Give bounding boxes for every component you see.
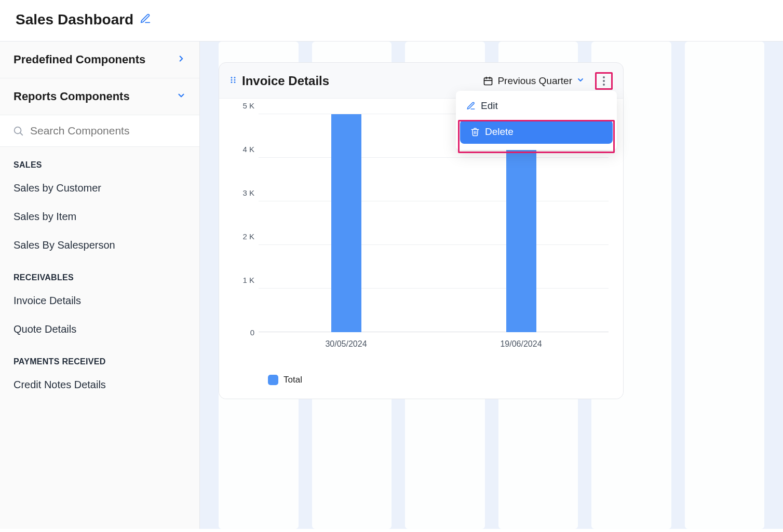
menu-item-delete[interactable]: Delete	[460, 120, 613, 144]
sidebar-item-quote-details[interactable]: Quote Details	[0, 315, 199, 344]
main-canvas: Invoice Details Previous Quarter Edit	[200, 42, 783, 529]
group-label-payments-received: PAYMENTS RECEIVED	[0, 344, 199, 371]
widget-more-menu-button[interactable]	[595, 72, 613, 90]
kebab-icon	[603, 76, 605, 86]
y-tick: 5 K	[242, 101, 254, 110]
sidebar: Predefined Components Reports Components…	[0, 42, 200, 529]
pencil-icon	[466, 101, 476, 111]
y-tick: 4 K	[242, 145, 254, 154]
chevron-down-icon	[576, 75, 585, 87]
search-input[interactable]	[30, 125, 187, 137]
section-label: Reports Components	[14, 90, 130, 103]
sidebar-item-invoice-details[interactable]: Invoice Details	[0, 287, 199, 315]
x-tick: 30/05/2024	[259, 339, 434, 349]
trash-icon	[470, 127, 480, 137]
y-tick: 0	[250, 328, 254, 337]
chevron-right-icon	[177, 53, 186, 66]
drag-handle-icon[interactable]	[228, 75, 238, 87]
sidebar-item-sales-by-item[interactable]: Sales by Item	[0, 202, 199, 231]
search-icon	[12, 125, 24, 137]
sidebar-item-credit-notes-details[interactable]: Credit Notes Details	[0, 371, 199, 399]
date-range-selector[interactable]: Previous Quarter	[483, 75, 585, 87]
menu-item-edit[interactable]: Edit	[456, 94, 617, 118]
sidebar-item-sales-by-customer[interactable]: Sales by Customer	[0, 174, 199, 202]
page-header: Sales Dashboard	[0, 0, 783, 41]
predefined-components-toggle[interactable]: Predefined Components	[0, 42, 199, 78]
widget-title: Invoice Details	[242, 74, 479, 88]
menu-item-label: Edit	[481, 100, 498, 112]
y-tick: 2 K	[242, 232, 254, 241]
calendar-icon	[483, 76, 493, 86]
group-label-sales: SALES	[0, 147, 199, 174]
y-tick: 1 K	[242, 276, 254, 284]
svg-point-2	[231, 77, 233, 78]
invoice-details-widget: Invoice Details Previous Quarter Edit	[219, 62, 624, 399]
chevron-down-icon	[177, 90, 186, 103]
x-tick: 19/06/2024	[434, 339, 609, 349]
svg-point-7	[234, 81, 236, 83]
section-label: Predefined Components	[14, 53, 145, 66]
svg-point-4	[231, 79, 233, 81]
widget-more-menu: Edit Delete	[456, 91, 617, 150]
svg-point-5	[234, 79, 236, 81]
reports-components-toggle[interactable]: Reports Components	[0, 78, 199, 115]
chart-legend: Total	[268, 375, 609, 385]
legend-swatch	[268, 375, 278, 385]
menu-item-label: Delete	[485, 126, 514, 138]
svg-point-3	[234, 77, 236, 78]
svg-line-1	[20, 133, 22, 135]
edit-dashboard-icon[interactable]	[140, 13, 151, 26]
legend-label: Total	[284, 375, 302, 385]
y-tick: 3 K	[242, 188, 254, 197]
svg-point-6	[231, 81, 233, 83]
svg-rect-8	[484, 78, 492, 85]
svg-point-0	[15, 127, 21, 134]
sidebar-item-sales-by-salesperson[interactable]: Sales By Salesperson	[0, 231, 199, 260]
search-components[interactable]	[0, 115, 199, 147]
page-title: Sales Dashboard	[16, 11, 133, 28]
bar-0	[331, 114, 361, 332]
x-axis: 30/05/2024 19/06/2024	[259, 339, 609, 349]
date-range-label: Previous Quarter	[497, 75, 572, 87]
group-label-receivables: RECEIVABLES	[0, 260, 199, 287]
y-axis: 0 1 K 2 K 3 K 4 K 5 K	[234, 114, 259, 332]
